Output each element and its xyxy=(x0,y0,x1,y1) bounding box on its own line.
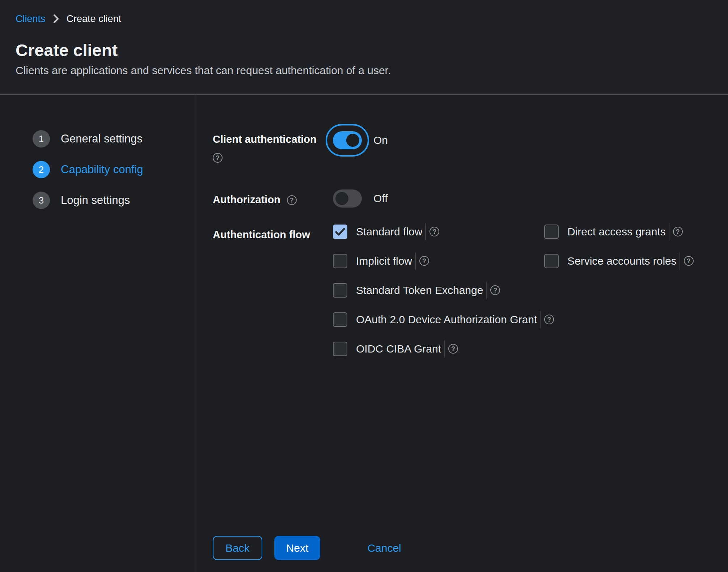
wizard-footer: Back Next Cancel xyxy=(213,536,714,560)
standard-token-exchange-option: Standard Token Exchange ? xyxy=(333,283,544,298)
client-authentication-label: Client authentication xyxy=(213,132,333,146)
checkbox-label: Standard flow xyxy=(356,226,422,238)
client-authentication-row: Client authentication ? On xyxy=(213,124,714,164)
flow-options-right-column: Direct access grants ? Service accounts … xyxy=(544,225,694,283)
back-button[interactable]: Back xyxy=(213,536,262,560)
checkbox-label: Service accounts roles xyxy=(567,255,677,267)
help-icon[interactable]: ? xyxy=(287,195,297,205)
switch-knob xyxy=(335,192,348,205)
step-label: Login settings xyxy=(61,194,130,207)
checkbox-label: OIDC CIBA Grant xyxy=(356,343,441,355)
wizard-step-capability-config[interactable]: 2 Capability config xyxy=(33,161,195,178)
step-label: General settings xyxy=(61,132,143,145)
chevron-right-icon xyxy=(54,14,59,23)
checkbox-label: Direct access grants xyxy=(567,226,666,238)
wizard-step-login-settings[interactable]: 3 Login settings xyxy=(33,192,195,209)
client-authentication-label-col: Client authentication ? xyxy=(213,124,333,164)
standard-flow-option: Standard flow ? xyxy=(333,225,544,239)
switch-state-label: On xyxy=(373,134,388,146)
oidc-ciba-grant-option: OIDC CIBA Grant ? xyxy=(333,342,544,356)
label-divider xyxy=(680,252,680,270)
help-icon[interactable]: ? xyxy=(490,285,500,295)
authentication-flow-row: Authentication flow Standard flow ? I xyxy=(213,225,714,371)
step-number-badge: 1 xyxy=(33,130,50,148)
page-subtitle: Clients are applications and services th… xyxy=(16,64,706,77)
implicit-flow-checkbox[interactable] xyxy=(333,254,347,268)
checkbox-label: Standard Token Exchange xyxy=(356,284,483,296)
checkbox-label: Implicit flow xyxy=(356,255,412,267)
label-divider xyxy=(486,282,487,299)
label-divider xyxy=(669,223,669,240)
implicit-flow-option: Implicit flow ? xyxy=(333,254,544,268)
wizard: 1 General settings 2 Capability config 3… xyxy=(0,95,728,572)
help-icon[interactable]: ? xyxy=(448,344,458,354)
checkmark-icon xyxy=(335,228,345,236)
flow-options-left-column: Standard flow ? Implicit flow ? Standard… xyxy=(333,225,544,371)
authorization-label-col: Authorization? xyxy=(213,189,333,207)
direct-access-grants-option: Direct access grants ? xyxy=(544,225,694,239)
standard-token-exchange-checkbox[interactable] xyxy=(333,283,347,298)
switch-knob xyxy=(346,134,359,147)
wizard-step-general-settings[interactable]: 1 General settings xyxy=(33,130,195,148)
page-title: Create client xyxy=(16,41,706,60)
authentication-flow-options: Standard flow ? Implicit flow ? Standard… xyxy=(333,225,694,371)
step-number-badge: 3 xyxy=(33,192,50,209)
authentication-flow-label-col: Authentication flow xyxy=(213,225,333,242)
help-icon[interactable]: ? xyxy=(684,256,694,266)
label-divider xyxy=(425,223,426,240)
authentication-flow-label: Authentication flow xyxy=(213,229,310,240)
switch-state-label: Off xyxy=(373,192,388,205)
breadcrumb-current: Create client xyxy=(67,13,122,25)
checkbox-label: OAuth 2.0 Device Authorization Grant xyxy=(356,313,537,326)
client-authentication-control: On xyxy=(333,124,388,157)
label-divider xyxy=(444,340,445,358)
label-divider xyxy=(415,252,416,270)
service-accounts-roles-checkbox[interactable] xyxy=(544,254,559,268)
oidc-ciba-grant-checkbox[interactable] xyxy=(333,342,347,356)
direct-access-grants-checkbox[interactable] xyxy=(544,225,559,239)
help-icon[interactable]: ? xyxy=(544,315,554,324)
oauth-device-grant-checkbox[interactable] xyxy=(333,312,347,327)
next-button[interactable]: Next xyxy=(274,536,321,560)
service-accounts-roles-option: Service accounts roles ? xyxy=(544,254,694,268)
label-divider xyxy=(540,311,541,328)
breadcrumb-link-clients[interactable]: Clients xyxy=(16,13,46,25)
authorization-control: Off xyxy=(333,189,388,208)
authorization-label: Authorization xyxy=(213,194,280,205)
help-icon[interactable]: ? xyxy=(673,227,683,236)
step-number-badge: 2 xyxy=(33,161,50,178)
wizard-content: Client authentication ? On Authorization… xyxy=(195,95,728,572)
help-icon[interactable]: ? xyxy=(429,227,439,236)
oauth-device-grant-option: OAuth 2.0 Device Authorization Grant ? xyxy=(333,312,544,327)
cancel-button[interactable]: Cancel xyxy=(367,542,401,554)
standard-flow-checkbox[interactable] xyxy=(333,225,347,239)
authorization-switch[interactable] xyxy=(333,189,362,208)
switch-focus-ring xyxy=(326,124,369,157)
authorization-row: Authorization? Off xyxy=(213,189,714,208)
help-icon[interactable]: ? xyxy=(419,256,429,266)
step-label: Capability config xyxy=(61,163,143,176)
wizard-nav: 1 General settings 2 Capability config 3… xyxy=(0,95,195,572)
help-icon[interactable]: ? xyxy=(213,153,223,163)
breadcrumb: Clients Create client xyxy=(16,13,706,25)
client-authentication-switch[interactable] xyxy=(333,131,362,149)
page-header: Clients Create client Create client Clie… xyxy=(0,0,728,95)
